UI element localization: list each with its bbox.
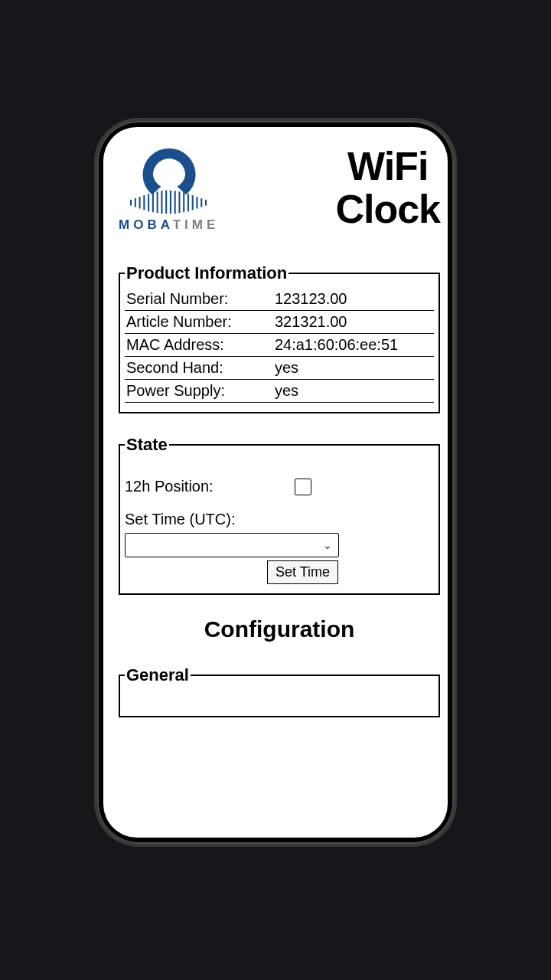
mac-address-label: MAC Address: bbox=[125, 334, 273, 357]
title-line2: Clock bbox=[335, 187, 440, 231]
product-info-group: Product Information Serial Number: 12312… bbox=[119, 263, 440, 413]
serial-number-value: 123123.00 bbox=[273, 288, 434, 311]
title-line1: WiFi bbox=[347, 144, 428, 188]
table-row: Second Hand: yes bbox=[125, 357, 434, 380]
serial-number-label: Serial Number: bbox=[125, 288, 273, 311]
table-row: Serial Number: 123123.00 bbox=[125, 288, 434, 311]
article-number-value: 321321.00 bbox=[273, 311, 434, 334]
phone-screen: MOBATIME WiFi Clock Product Information … bbox=[103, 127, 448, 838]
set-time-label: Set Time (UTC): bbox=[125, 511, 434, 528]
logo: MOBATIME bbox=[119, 142, 219, 233]
logo-text: MOBATIME bbox=[119, 217, 219, 233]
logo-text-main: MOBA bbox=[119, 217, 173, 232]
mobatime-logo-icon bbox=[125, 142, 214, 216]
table-row: MAC Address: 24:a1:60:06:ee:51 bbox=[125, 334, 434, 357]
logo-text-sub: TIME bbox=[173, 217, 220, 232]
set-time-select[interactable]: ⌄ bbox=[125, 533, 339, 557]
general-legend: General bbox=[125, 665, 191, 685]
configuration-heading: Configuration bbox=[119, 616, 440, 642]
state-legend: State bbox=[125, 435, 169, 455]
second-hand-value: yes bbox=[273, 357, 434, 380]
chevron-down-icon: ⌄ bbox=[323, 539, 332, 551]
product-info-legend: Product Information bbox=[125, 263, 289, 283]
table-row: Article Number: 321321.00 bbox=[125, 311, 434, 334]
set-time-button[interactable]: Set Time bbox=[267, 560, 338, 584]
power-supply-value: yes bbox=[273, 380, 434, 403]
general-group: General bbox=[119, 665, 440, 717]
position-checkbox[interactable] bbox=[295, 479, 311, 495]
power-supply-label: Power Supply: bbox=[125, 380, 273, 403]
phone-frame: MOBATIME WiFi Clock Product Information … bbox=[97, 121, 454, 844]
position-label: 12h Position: bbox=[125, 478, 295, 495]
table-row: Power Supply: yes bbox=[125, 380, 434, 403]
product-info-table: Serial Number: 123123.00 Article Number:… bbox=[125, 288, 434, 403]
header: MOBATIME WiFi Clock bbox=[119, 142, 440, 233]
mac-address-value: 24:a1:60:06:ee:51 bbox=[273, 334, 434, 357]
state-group: State 12h Position: Set Time (UTC): ⌄ Se… bbox=[119, 435, 440, 595]
second-hand-label: Second Hand: bbox=[125, 357, 273, 380]
article-number-label: Article Number: bbox=[125, 311, 273, 334]
page-title: WiFi Clock bbox=[335, 145, 440, 230]
